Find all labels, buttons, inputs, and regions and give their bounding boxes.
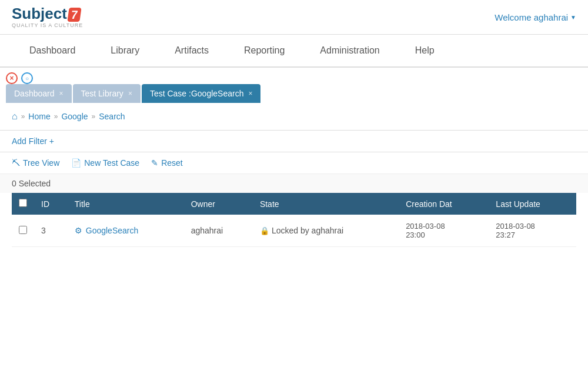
nav-item-help[interactable]: Help [397,35,452,66]
toolbar: ⛏ Tree View 📄 New Test Case ✎ Reset [0,152,588,174]
logo-accent-badge: 7 [67,8,81,22]
tab-dashboard[interactable]: Dashboard × [6,84,72,103]
lock-icon: 🔒 [260,226,269,235]
circle-icon: ○ [25,75,29,82]
logo-text: Subject [12,6,67,21]
tab-test-library[interactable]: Test Library × [73,84,141,103]
tab-test-library-label: Test Library [81,89,123,98]
row-state-text: Locked by aghahrai [272,226,343,235]
nav-item-artifacts[interactable]: Artifacts [157,35,226,66]
welcome-text: Welcome aghahrai [495,12,568,22]
col-checkbox [12,193,34,215]
select-all-checkbox[interactable] [19,199,27,207]
new-test-case-label: New Test Case [84,158,139,168]
nav-item-library[interactable]: Library [93,35,157,66]
tab-test-case-close[interactable]: × [248,89,252,98]
welcome-area[interactable]: Welcome aghahrai ▼ [495,12,576,22]
tab-test-case-label: Test Case :GoogleSearch [150,89,244,98]
row-checkbox-cell [12,215,34,247]
nav-item-administration[interactable]: Administration [302,35,397,66]
col-last-update: Last Update [489,193,576,215]
nav-item-dashboard[interactable]: Dashboard [12,35,93,66]
reset-button[interactable]: ✎ Reset [151,158,183,168]
reset-label: Reset [161,158,183,168]
test-cases-table: ID Title Owner State Creation Dat Last U… [12,193,576,247]
main-nav: Dashboard Library Artifacts Reporting Ad… [0,35,588,68]
logo-subtitle: QUALITY IS A CULTURE [12,23,83,28]
col-title: Title [68,193,184,215]
selected-count: 0 Selected [0,174,588,193]
home-icon[interactable]: ⌂ [12,111,18,122]
col-state: State [253,193,399,215]
col-id: ID [34,193,68,215]
breadcrumb-google[interactable]: Google [61,112,88,121]
creation-date-line2: 23:00 [406,231,482,239]
breadcrumb-sep-3: » [92,112,96,121]
tab-circle-button[interactable]: ○ [21,72,33,84]
table-header-row: ID Title Owner State Creation Dat Last U… [12,193,576,215]
logo-wrapper: Subject 7 QUALITY IS A CULTURE [12,6,83,28]
row-state: 🔒 Locked by aghahrai [260,226,392,235]
new-test-case-button[interactable]: 📄 New Test Case [71,158,139,168]
row-owner: aghahrai [184,215,253,247]
filter-bar: Add Filter + [0,131,588,152]
tree-view-button[interactable]: ⛏ Tree View [12,158,59,168]
new-test-case-icon: 📄 [71,158,81,168]
tab-test-library-close[interactable]: × [128,89,132,98]
col-creation-date: Creation Dat [399,193,489,215]
table-row: 3 ⚙ GoogleSearch aghahrai 🔒 Locked by ag… [12,215,576,247]
add-filter-button[interactable]: Add Filter + [12,136,54,146]
row-title-cell: ⚙ GoogleSearch [68,215,184,247]
tree-view-label: Tree View [23,158,59,168]
tab-controls: × ○ [0,68,588,84]
row-last-update: 2018-03-08 23:27 [489,215,576,247]
last-update-line2: 23:27 [496,231,569,239]
last-update-line1: 2018-03-08 [496,222,569,231]
row-title-text: GoogleSearch [86,226,139,235]
header: Subject 7 QUALITY IS A CULTURE Welcome a… [0,0,588,35]
creation-date-line1: 2018-03-08 [406,222,482,231]
gear-icon: ⚙ [75,226,82,235]
nav-item-reporting[interactable]: Reporting [226,35,302,66]
logo-area: Subject 7 QUALITY IS A CULTURE [12,6,83,28]
reset-icon: ✎ [151,158,158,168]
tab-dashboard-close[interactable]: × [59,89,64,98]
breadcrumb-home[interactable]: Home [28,112,50,121]
row-title-link[interactable]: ⚙ GoogleSearch [75,226,177,235]
breadcrumb-sep-1: » [21,112,25,121]
table-wrapper: ID Title Owner State Creation Dat Last U… [0,193,588,247]
breadcrumb-sep-2: » [54,112,58,121]
tree-view-icon: ⛏ [12,158,20,168]
chevron-down-icon: ▼ [570,14,576,21]
logo-main: Subject 7 [12,6,83,22]
row-state-cell: 🔒 Locked by aghahrai [253,215,399,247]
row-id: 3 [34,215,68,247]
row-creation-date: 2018-03-08 23:00 [399,215,489,247]
breadcrumb-search[interactable]: Search [99,112,125,121]
tab-bar: Dashboard × Test Library × Test Case :Go… [0,84,588,103]
tab-close-all-button[interactable]: × [6,72,18,84]
row-checkbox[interactable] [19,226,27,234]
col-owner: Owner [184,193,253,215]
breadcrumb: ⌂ » Home » Google » Search [0,103,588,131]
tab-test-case-googlesearch[interactable]: Test Case :GoogleSearch × [142,84,261,103]
tab-dashboard-label: Dashboard [14,89,55,98]
